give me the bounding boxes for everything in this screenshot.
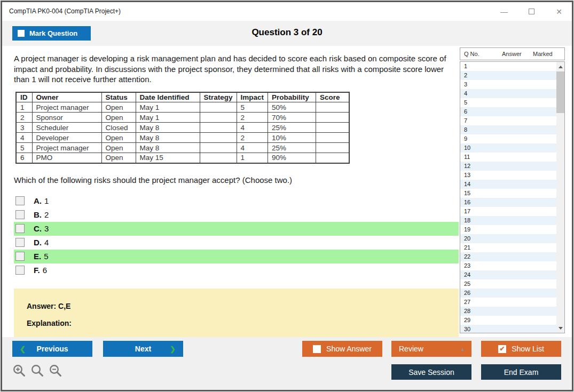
- question-list-row[interactable]: 15: [460, 189, 556, 198]
- option-letter: B.: [34, 210, 42, 219]
- show-list-button[interactable]: ✔ Show List: [481, 341, 561, 357]
- previous-button[interactable]: ❮ Previous: [12, 341, 92, 357]
- question-list-row[interactable]: 22: [460, 252, 556, 261]
- minimize-icon[interactable]: —: [500, 7, 508, 16]
- zoom-in-icon[interactable]: [12, 364, 26, 378]
- option-checkbox[interactable]: [15, 238, 25, 247]
- risk-table-cell: Closed: [101, 123, 136, 133]
- risk-table-cell: Open: [101, 102, 136, 113]
- question-prompt: Which of the following risks should the …: [14, 175, 460, 185]
- risk-table-cell: 25%: [268, 123, 316, 133]
- risk-table-cell: [200, 123, 237, 133]
- option-letter: D.: [34, 238, 42, 247]
- question-list-row[interactable]: 24: [460, 270, 556, 279]
- risk-table-cell: May 8: [136, 133, 200, 143]
- option-checkbox[interactable]: [15, 210, 25, 219]
- question-list-header: Q No. Answer Marked: [460, 47, 565, 60]
- question-list-row[interactable]: 14: [460, 180, 556, 189]
- zoom-reset-icon[interactable]: [30, 364, 44, 378]
- answer-option[interactable]: D.4: [14, 236, 459, 250]
- answer-option[interactable]: F.6: [14, 263, 459, 277]
- question-list-row[interactable]: 4: [460, 89, 556, 98]
- question-list-row[interactable]: 5: [460, 98, 556, 107]
- question-list-row[interactable]: 19: [460, 225, 556, 234]
- risk-table-header-cell: ID: [16, 92, 32, 102]
- risk-table-row: 2SponsorOpenMay 1270%: [16, 113, 349, 123]
- question-list-row[interactable]: 27: [460, 298, 556, 307]
- risk-table-cell: Open: [101, 143, 136, 153]
- question-list-row[interactable]: 21: [460, 243, 556, 252]
- scroll-down-icon[interactable]: [556, 324, 564, 332]
- column-header-marked: Marked: [533, 51, 553, 57]
- show-list-label: Show List: [512, 345, 544, 353]
- review-button[interactable]: Review ▲: [391, 341, 471, 357]
- question-list-row[interactable]: 28: [460, 307, 556, 316]
- option-checkbox[interactable]: [15, 224, 25, 233]
- risk-table-cell: [316, 153, 349, 163]
- question-list-row[interactable]: 2: [460, 71, 556, 80]
- risk-table-cell: Open: [101, 133, 136, 143]
- risk-table-cell: 6: [16, 153, 32, 163]
- close-icon[interactable]: ✕: [555, 7, 563, 16]
- question-list-row[interactable]: 8: [460, 125, 556, 134]
- question-list-row[interactable]: 30: [460, 325, 556, 333]
- question-list-row[interactable]: 12: [460, 162, 556, 171]
- risk-table-header-row: IDOwnerStatusDate IdentifiedStrategyImpa…: [16, 92, 349, 102]
- show-answer-checkbox[interactable]: [313, 345, 321, 353]
- scroll-up-icon[interactable]: [556, 62, 564, 71]
- risk-table-cell: [200, 133, 237, 143]
- window-title: CompTIA PK0-004 (CompTIA Project+): [9, 7, 121, 15]
- answer-option[interactable]: C.3: [14, 222, 459, 236]
- option-letter: E.: [34, 252, 41, 261]
- option-checkbox[interactable]: [15, 266, 25, 275]
- question-list-row[interactable]: 17: [460, 207, 556, 216]
- next-button[interactable]: Next ❯: [103, 341, 183, 357]
- question-list-row[interactable]: 18: [460, 216, 556, 225]
- risk-table-row: 5Project managerOpenMay 8425%: [16, 143, 349, 153]
- question-list-row[interactable]: 26: [460, 289, 556, 298]
- question-list-row[interactable]: 16: [460, 198, 556, 207]
- question-list-row[interactable]: 9: [460, 134, 556, 143]
- risk-table-cell: 4: [237, 123, 268, 133]
- zoom-out-icon[interactable]: [49, 364, 62, 378]
- question-list-row[interactable]: 3: [460, 80, 556, 89]
- question-list-row[interactable]: 11: [460, 153, 556, 162]
- save-session-button[interactable]: Save Session: [391, 364, 471, 380]
- question-list-row[interactable]: 1: [460, 62, 556, 71]
- review-label: Review: [399, 345, 423, 353]
- show-list-checkbox[interactable]: ✔: [498, 345, 506, 353]
- maximize-icon[interactable]: [529, 9, 534, 14]
- risk-table-header-cell: Date Identified: [136, 92, 200, 102]
- option-checkbox[interactable]: [15, 196, 25, 205]
- question-list-row[interactable]: 7: [460, 116, 556, 125]
- question-counter: Question 3 of 20: [2, 27, 572, 38]
- end-exam-button[interactable]: End Exam: [481, 364, 561, 380]
- risk-table-cell: 4: [237, 143, 268, 153]
- risk-table-cell: PMO: [32, 153, 101, 163]
- risk-table-cell: Open: [101, 113, 136, 123]
- next-label: Next: [135, 345, 151, 353]
- risk-table-cell: 5: [16, 143, 32, 153]
- answer-option[interactable]: E.5: [14, 250, 459, 263]
- risk-table-header-cell: Score: [316, 92, 349, 102]
- question-list-row[interactable]: 29: [460, 316, 556, 325]
- risk-table-cell: [316, 123, 349, 133]
- chevron-right-icon: ❯: [170, 345, 176, 353]
- risk-table-row: 6PMOOpenMay 15190%: [16, 153, 349, 163]
- show-answer-button[interactable]: Show Answer: [302, 341, 382, 357]
- question-list-scrollbar[interactable]: [556, 62, 564, 333]
- scrollbar-thumb[interactable]: [556, 71, 564, 113]
- question-list-row[interactable]: 25: [460, 279, 556, 289]
- question-list-row[interactable]: 10: [460, 143, 556, 153]
- question-list-row[interactable]: 23: [460, 261, 556, 270]
- question-list-row[interactable]: 6: [460, 107, 556, 116]
- show-answer-label: Show Answer: [326, 345, 372, 353]
- window-controls: — ✕: [500, 2, 563, 21]
- answer-option[interactable]: A.1: [14, 194, 459, 208]
- question-list-row[interactable]: 20: [460, 234, 556, 243]
- answer-option[interactable]: B.2: [14, 208, 459, 222]
- option-checkbox[interactable]: [15, 252, 25, 261]
- risk-table-cell: [316, 143, 349, 153]
- question-list-row[interactable]: 13: [460, 171, 556, 180]
- risk-table-cell: 5: [237, 102, 268, 113]
